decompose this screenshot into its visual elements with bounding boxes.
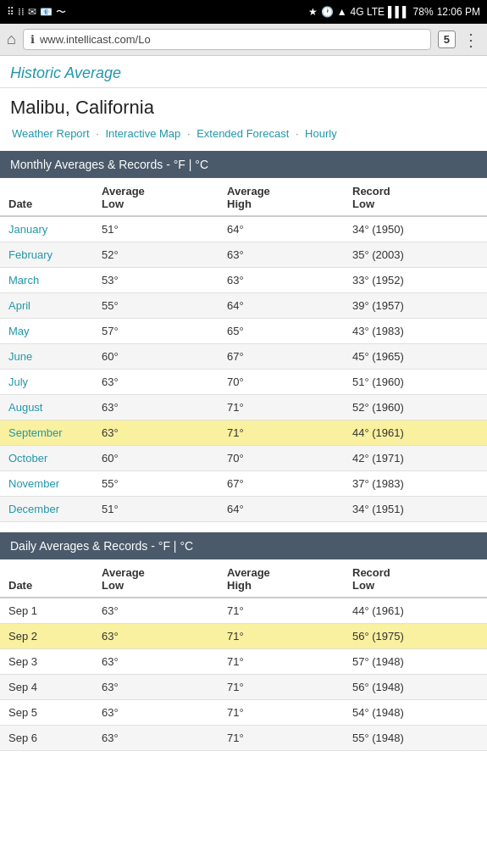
- record-low-cell: 52° (1960): [344, 394, 487, 420]
- table-row: Sep 6 63° 71° 55° (1948): [0, 725, 487, 750]
- table-row: October 60° 70° 42° (1971): [0, 445, 487, 470]
- avg-high-cell: 71°: [219, 394, 344, 420]
- table-row: March 53° 63° 33° (1952): [0, 267, 487, 292]
- avg-high-cell: 71°: [219, 648, 344, 674]
- avg-high-cell: 63°: [219, 242, 344, 267]
- wifi-icon: ▲: [337, 6, 347, 18]
- table-row: February 52° 63° 35° (2003): [0, 242, 487, 267]
- mail-icon: 📧: [40, 6, 53, 18]
- day-cell: Sep 2: [0, 623, 93, 648]
- record-low-cell: 45° (1965): [344, 343, 487, 369]
- avg-high-cell: 71°: [219, 598, 344, 624]
- clock-icon: 🕐: [321, 6, 334, 18]
- record-low-cell: 44° (1961): [344, 420, 487, 445]
- avg-high-cell: 70°: [219, 445, 344, 470]
- record-low-cell: 33° (1952): [344, 267, 487, 292]
- nav-hourly[interactable]: Hourly: [305, 127, 337, 140]
- record-low-cell: 54° (1948): [344, 699, 487, 725]
- historic-average-title: Historic Average: [0, 56, 487, 88]
- avg-low-cell: 51°: [93, 216, 219, 242]
- monthly-table-section: Monthly Averages & Records - °F | °C Dat…: [0, 151, 487, 522]
- page-content: Historic Average Malibu, California Weat…: [0, 56, 487, 751]
- avg-low-cell: 63°: [93, 420, 219, 445]
- avg-low-cell: 60°: [93, 343, 219, 369]
- avg-high-cell: 67°: [219, 470, 344, 496]
- dots-icon: ⁞⁞: [18, 6, 25, 18]
- record-low-cell: 57° (1948): [344, 648, 487, 674]
- avg-low-cell: 55°: [93, 470, 219, 496]
- avg-low-cell: 63°: [93, 369, 219, 394]
- battery-label: 78%: [413, 6, 434, 18]
- record-low-cell: 34° (1950): [344, 216, 487, 242]
- month-cell: June: [0, 343, 93, 369]
- avg-low-cell: 63°: [93, 598, 219, 624]
- status-bar: ⠿ ⁞⁞ ✉ 📧 〜 ★ 🕐 ▲ 4G LTE ▌▌▌ 78% 12:06 PM: [0, 0, 487, 24]
- record-low-cell: 56° (1948): [344, 674, 487, 699]
- day-cell: Sep 3: [0, 648, 93, 674]
- table-row: June 60° 67° 45° (1965): [0, 343, 487, 369]
- record-low-cell: 44° (1961): [344, 598, 487, 624]
- avg-low-cell: 57°: [93, 318, 219, 343]
- record-low-cell: 35° (2003): [344, 242, 487, 267]
- col-record-low-daily: RecordLow: [344, 559, 487, 598]
- nav-weather-report[interactable]: Weather Report: [12, 127, 90, 140]
- day-cell: Sep 6: [0, 725, 93, 750]
- nav-interactive-map[interactable]: Interactive Map: [105, 127, 180, 140]
- table-row: September 63° 71° 44° (1961): [0, 420, 487, 445]
- record-low-cell: 51° (1960): [344, 369, 487, 394]
- col-avg-low-daily: AverageLow: [93, 559, 219, 598]
- table-row: July 63° 70° 51° (1960): [0, 369, 487, 394]
- email-icon: ✉: [28, 6, 36, 18]
- avg-low-cell: 63°: [93, 623, 219, 648]
- status-icons-left: ⠿ ⁞⁞ ✉ 📧 〜: [7, 5, 66, 19]
- location-title: Malibu, California: [0, 88, 487, 122]
- col-avg-high-daily: AverageHigh: [219, 559, 344, 598]
- status-icons-right: ★ 🕐 ▲ 4G LTE ▌▌▌ 78% 12:06 PM: [308, 6, 480, 18]
- signal-icon: ▌▌▌: [388, 6, 410, 18]
- record-low-cell: 56° (1975): [344, 623, 487, 648]
- day-cell: Sep 1: [0, 598, 93, 624]
- month-cell: February: [0, 242, 93, 267]
- tab-count[interactable]: 5: [438, 31, 456, 48]
- avg-high-cell: 64°: [219, 496, 344, 521]
- daily-table: Date AverageLow AverageHigh RecordLow Se…: [0, 559, 487, 751]
- home-button[interactable]: ⌂: [7, 31, 16, 48]
- info-icon: ℹ: [30, 33, 35, 46]
- col-record-low: RecordLow: [344, 178, 487, 216]
- nav-sep-2: ·: [187, 127, 193, 140]
- activity-icon: 〜: [56, 5, 66, 19]
- month-cell: January: [0, 216, 93, 242]
- daily-col-headers: Date AverageLow AverageHigh RecordLow: [0, 559, 487, 598]
- month-cell: May: [0, 318, 93, 343]
- avg-high-cell: 71°: [219, 699, 344, 725]
- time-label: 12:06 PM: [437, 6, 480, 18]
- avg-low-cell: 63°: [93, 648, 219, 674]
- nav-extended-forecast[interactable]: Extended Forecast: [196, 127, 289, 140]
- table-row: Sep 2 63° 71° 56° (1975): [0, 623, 487, 648]
- table-row: April 55° 64° 39° (1957): [0, 292, 487, 318]
- avg-high-cell: 71°: [219, 725, 344, 750]
- avg-low-cell: 63°: [93, 699, 219, 725]
- avg-low-cell: 53°: [93, 267, 219, 292]
- table-row: January 51° 64° 34° (1950): [0, 216, 487, 242]
- record-low-cell: 37° (1983): [344, 470, 487, 496]
- month-cell: August: [0, 394, 93, 420]
- month-cell: December: [0, 496, 93, 521]
- table-row: Sep 5 63° 71° 54° (1948): [0, 699, 487, 725]
- daily-table-section: Daily Averages & Records - °F | °C Date …: [0, 532, 487, 751]
- record-low-cell: 55° (1948): [344, 725, 487, 750]
- avg-high-cell: 67°: [219, 343, 344, 369]
- table-row: August 63° 71° 52° (1960): [0, 394, 487, 420]
- nav-links: Weather Report · Interactive Map · Exten…: [0, 122, 487, 151]
- avg-high-cell: 71°: [219, 623, 344, 648]
- table-row: November 55° 67° 37° (1983): [0, 470, 487, 496]
- day-cell: Sep 5: [0, 699, 93, 725]
- avg-high-cell: 70°: [219, 369, 344, 394]
- avg-high-cell: 64°: [219, 292, 344, 318]
- more-menu-button[interactable]: ⋮: [462, 30, 480, 50]
- avg-low-cell: 63°: [93, 674, 219, 699]
- col-avg-low: AverageLow: [93, 178, 219, 216]
- url-bar[interactable]: ℹ www.intellicast.com/Lo: [23, 29, 431, 50]
- bluetooth-icon: ★: [308, 6, 318, 18]
- col-date-daily: Date: [0, 559, 93, 598]
